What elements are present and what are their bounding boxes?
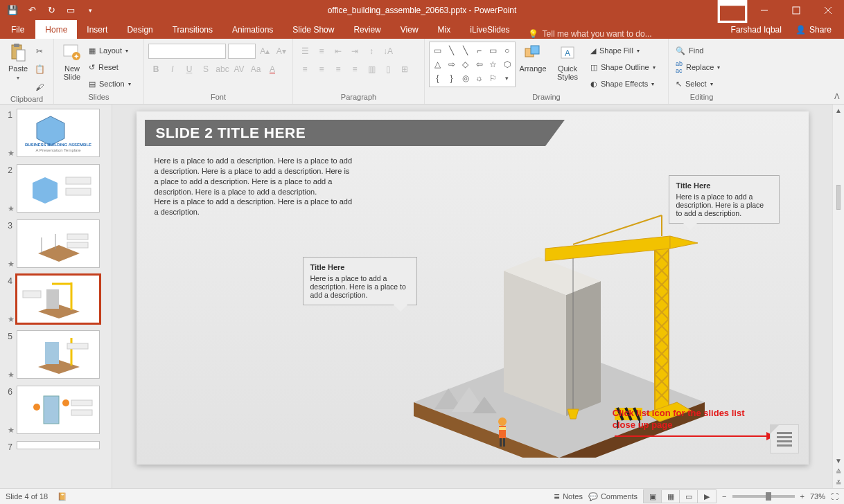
quick-styles-button[interactable]: A Quick Styles [550,42,585,93]
scroll-up-icon[interactable]: ▲ [833,105,844,116]
text-direction-icon[interactable]: ↓A [380,44,396,59]
fit-to-window-icon[interactable]: ⛶ [831,492,838,501]
slide-description[interactable]: Here is a place to add a description. He… [155,156,355,217]
change-case-icon[interactable]: Aa [248,62,263,77]
tab-iliveslides[interactable]: iLiveSlides [460,20,519,39]
layout-button[interactable]: ▦Layout▾ [86,44,134,57]
shape-line-icon[interactable]: ╲ [445,44,458,57]
zoom-slider-thumb[interactable] [766,492,771,501]
shape-effects-button[interactable]: ◐Shape Effects▾ [588,77,658,91]
tab-review[interactable]: Review [344,20,390,39]
shape-connector-icon[interactable]: ⌐ [473,44,486,57]
font-family-combo[interactable] [148,44,226,59]
slide-counter[interactable]: Slide 4 of 18 [6,492,48,501]
slide-thumbnail-5[interactable]: ★ [17,330,100,379]
shape-fill-button[interactable]: ◢Shape Fill▾ [588,44,658,57]
maximize-button[interactable] [780,0,812,20]
zoom-slider[interactable] [732,495,795,498]
shape-hex-icon[interactable]: ⬡ [500,57,513,71]
previous-slide-icon[interactable]: ≙ [833,466,844,477]
tab-view[interactable]: View [391,20,428,39]
arrange-button[interactable]: Arrange [516,42,550,93]
comments-button[interactable]: 💬Comments [588,492,638,501]
shape-flag-icon[interactable]: ⚐ [486,72,500,85]
copy-icon[interactable]: 📋 [32,62,47,77]
undo-icon[interactable]: ↶ [26,5,37,16]
qat-more-icon[interactable]: ▾ [85,5,96,16]
replace-button[interactable]: abacReplace▾ [673,60,723,74]
slides-list-button[interactable] [770,424,799,453]
increase-indent-icon[interactable]: ⇥ [347,44,362,59]
section-button[interactable]: ▤Section▾ [86,77,134,91]
shape-star-icon[interactable]: ☆ [486,57,500,71]
reading-view-icon[interactable]: ▭ [680,490,698,503]
slide-editor[interactable]: SLIDE 2 TITLE HERE Here is a place to ad… [112,105,832,488]
shape-arrow2-icon[interactable]: ⇦ [473,57,486,71]
bold-icon[interactable]: B [148,62,164,77]
normal-view-icon[interactable]: ▣ [644,490,662,503]
shapes-gallery[interactable]: ▭╲╲⌐▭○ △⇨◇⇦☆⬡ {}◎☼⚐▾ [429,42,516,87]
redo-icon[interactable]: ↻ [46,5,57,16]
sorter-view-icon[interactable]: ▦ [662,490,680,503]
vertical-scrollbar[interactable]: ▲ ▼ ≙ ≚ [832,105,844,488]
align-right-icon[interactable]: ≡ [331,62,346,77]
shape-triangle-icon[interactable]: △ [431,57,444,71]
numbering-icon[interactable]: ≡ [314,44,329,59]
tab-slideshow[interactable]: Slide Show [283,20,344,39]
columns-icon[interactable]: ▥ [364,62,379,77]
new-slide-button[interactable]: ✦ New Slide [58,42,86,93]
shadow-icon[interactable]: S [198,62,213,77]
callout-2[interactable]: Title Here Here is a place to add a desc… [669,175,780,224]
minimize-button[interactable] [748,0,780,20]
collapse-ribbon-icon[interactable]: ᐱ [834,92,840,101]
shape-diamond-icon[interactable]: ◇ [459,57,472,71]
zoom-in-icon[interactable]: + [800,492,805,501]
align-text-icon[interactable]: ▯ [380,62,396,77]
italic-icon[interactable]: I [165,62,180,77]
shape-outline-button[interactable]: ◫Shape Outline▾ [588,60,658,74]
align-left-icon[interactable]: ≡ [297,62,313,77]
slide-title-bar[interactable]: SLIDE 2 TITLE HERE [145,120,545,146]
underline-icon[interactable]: U [182,62,197,77]
zoom-out-icon[interactable]: − [722,492,726,501]
character-spacing-icon[interactable]: AV [231,62,247,77]
tab-design[interactable]: Design [117,20,162,39]
callout-1[interactable]: Title Here Here is a place to add a desc… [303,257,417,305]
shape-callout-icon[interactable]: ◎ [459,72,472,85]
decrease-indent-icon[interactable]: ⇤ [331,44,346,59]
slide-canvas[interactable]: SLIDE 2 TITLE HERE Here is a place to ad… [137,111,809,465]
notes-button[interactable]: ≣Notes [554,492,583,501]
format-painter-icon[interactable]: 🖌 [32,80,47,95]
strikethrough-icon[interactable]: abc [215,62,230,77]
shape-rect2-icon[interactable]: ▭ [486,44,500,57]
scroll-down-icon[interactable]: ▼ [833,455,844,466]
shape-sun-icon[interactable]: ☼ [473,72,486,85]
font-color-icon[interactable]: A [265,62,280,77]
tab-insert[interactable]: Insert [77,20,117,39]
line-spacing-icon[interactable]: ↕ [364,44,379,59]
slide-thumbnail-4[interactable]: ★ [17,275,100,323]
ribbon-display-options-icon[interactable] [716,0,748,20]
slide-thumbnail-1[interactable]: BUSINESS BUILDING ASSEMBLE A Presentatio… [17,109,100,157]
slide-thumbnail-6[interactable]: ★ [17,386,100,434]
font-size-combo[interactable] [228,44,256,59]
shapes-more-icon[interactable]: ▾ [500,72,513,85]
align-center-icon[interactable]: ≡ [314,62,329,77]
increase-font-icon[interactable]: A▴ [258,44,272,59]
next-slide-icon[interactable]: ≚ [833,477,844,488]
shape-rect-icon[interactable]: ▭ [431,44,444,57]
slide-thumbnail-2[interactable]: ★ [17,164,100,213]
start-from-beginning-icon[interactable]: ▭ [65,5,76,16]
tab-home[interactable]: Home [35,20,77,39]
paste-button[interactable]: Paste ▾ [4,42,32,95]
slideshow-view-icon[interactable]: ▶ [698,490,716,503]
decrease-font-icon[interactable]: A▾ [274,44,288,59]
shape-oval-icon[interactable]: ○ [500,44,513,57]
zoom-level[interactable]: 73% [810,492,825,501]
tab-mix[interactable]: Mix [428,20,461,39]
shape-line2-icon[interactable]: ╲ [459,44,472,57]
spell-check-icon[interactable]: 📔 [58,492,67,501]
shape-brace-icon[interactable]: { [431,72,444,85]
justify-icon[interactable]: ≡ [347,62,362,77]
user-name[interactable]: Farshad Iqbal [731,25,782,35]
